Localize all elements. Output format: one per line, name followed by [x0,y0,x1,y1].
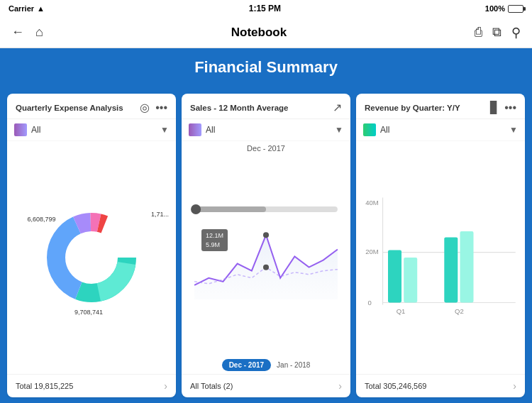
wifi-icon: ▲ [37,4,45,13]
svg-text:Q1: Q1 [397,307,406,315]
home-button[interactable]: ⌂ [35,25,43,40]
sales-tooltip: 12.1M 5.9M [201,229,228,251]
cards-container: Quarterly Expense Analysis ◎ ••• All ▼ [0,87,532,403]
nav-right: ⎙ ⧉ ⚲ [475,25,521,40]
revenue-card-header: Revenue by Quarter: Y/Y ▊ ••• [356,94,525,119]
sales-total: All Totals (2) [190,382,233,390]
sales-swatch [189,123,201,136]
status-right: 100% [485,4,523,13]
sales-card-header: Sales - 12 Month Average ↗ [182,94,350,119]
bar-chart-wrapper: 40M 20M 0 Q1 Q2 [356,141,525,374]
svg-text:Q2: Q2 [455,307,464,315]
sales-footer-arrow[interactable]: › [338,380,342,392]
revenue-swatch [363,123,376,136]
svg-point-10 [263,232,269,238]
tooltip-value2: 5.9M [206,241,223,250]
status-bar: Carrier ▲ 1:15 PM 100% [0,0,532,17]
nav-title: Notebook [43,26,475,40]
donut-label-bottom: 9,708,741 [74,309,103,316]
revenue-more-icon[interactable]: ••• [504,101,516,114]
date-pills: Dec - 2017 Jan - 2018 [182,355,350,374]
donut-label-top: 6,608,799 [28,216,56,223]
expense-filter-arrow[interactable]: ▼ [160,125,169,135]
line-chart-svg [187,154,345,352]
search-button[interactable]: ⚲ [511,25,521,40]
donut-label-right: 1,71... [151,211,169,218]
back-button[interactable]: ← [11,25,24,40]
expense-swatch [14,123,27,136]
battery-icon [508,5,523,13]
svg-rect-8 [194,206,266,212]
bar-chart-icon: ▊ [490,101,499,114]
tooltip-value1: 12.1M [206,231,223,241]
svg-rect-18 [404,258,417,302]
status-left: Carrier ▲ [9,4,45,13]
expense-footer[interactable]: Total 19,815,225 › [7,374,176,397]
svg-text:0: 0 [367,299,371,307]
expense-card-header: Quarterly Expense Analysis ◎ ••• [7,94,176,119]
donut-chart-svg [42,208,141,307]
expense-card-body: 1,71... 9,708,741 6,608,799 [7,141,176,374]
expense-filter-label: All [31,125,156,135]
revenue-card: Revenue by Quarter: Y/Y ▊ ••• All ▼ 40M … [356,94,525,397]
time-display: 1:15 PM [249,4,281,13]
copy-button[interactable]: ⧉ [492,25,501,40]
sales-filter-label: All [206,125,331,135]
line-chart-wrapper: Dec - 2017 [182,141,350,355]
svg-text:40M: 40M [365,199,379,206]
pill-jan2018[interactable]: Jan - 2018 [277,361,310,369]
svg-point-6 [67,233,116,282]
revenue-filter-row[interactable]: All ▼ [356,119,525,141]
svg-rect-20 [460,231,473,302]
nav-bar: ← ⌂ Notebook ⎙ ⧉ ⚲ [0,17,532,48]
pill-dec2017[interactable]: Dec - 2017 [222,359,271,371]
battery-percent: 100% [485,4,505,13]
expense-total: Total 19,815,225 [16,382,73,390]
sales-card-body: Dec - 2017 [182,141,350,355]
expense-card: Quarterly Expense Analysis ◎ ••• All ▼ [7,94,176,397]
carrier-text: Carrier [9,4,34,13]
donut-wrapper: 1,71... 9,708,741 6,608,799 [7,141,176,374]
expense-card-title: Quarterly Expense Analysis [16,104,140,112]
sales-filter-row[interactable]: All ▼ [182,119,350,141]
sales-footer[interactable]: All Totals (2) › [182,374,350,397]
svg-point-9 [191,204,201,214]
expense-more-icon[interactable]: ••• [155,101,167,114]
sales-card: Sales - 12 Month Average ↗ All ▼ Dec - 2… [182,94,350,397]
bar-chart-svg: 40M 20M 0 Q1 Q2 [362,145,519,370]
revenue-filter-arrow[interactable]: ▼ [509,125,518,135]
svg-text:20M: 20M [365,248,379,255]
nav-left: ← ⌂ [11,25,43,40]
page-header: Financial Summary [0,48,532,87]
expense-filter-row[interactable]: All ▼ [7,119,176,141]
line-svg-container: 12.1M 5.9M [187,154,345,352]
sales-card-title: Sales - 12 Month Average [190,104,333,112]
svg-rect-19 [444,237,458,302]
donut-chart-icon: ◎ [140,101,150,114]
revenue-footer[interactable]: Total 305,246,569 › [356,374,525,397]
revenue-card-title: Revenue by Quarter: Y/Y [365,104,490,112]
sales-filter-arrow[interactable]: ▼ [335,125,343,135]
page-title: Financial Summary [10,58,522,77]
expense-footer-arrow[interactable]: › [164,380,167,392]
chart-date-label: Dec - 2017 [187,144,345,153]
revenue-footer-arrow[interactable]: › [513,380,516,392]
share-button[interactable]: ⎙ [475,25,482,40]
svg-rect-17 [388,250,401,302]
revenue-filter-label: All [380,125,505,135]
line-chart-icon: ↗ [333,101,342,114]
revenue-total: Total 305,246,569 [365,382,426,390]
svg-point-11 [263,265,269,270]
revenue-card-body: 40M 20M 0 Q1 Q2 [356,141,525,374]
